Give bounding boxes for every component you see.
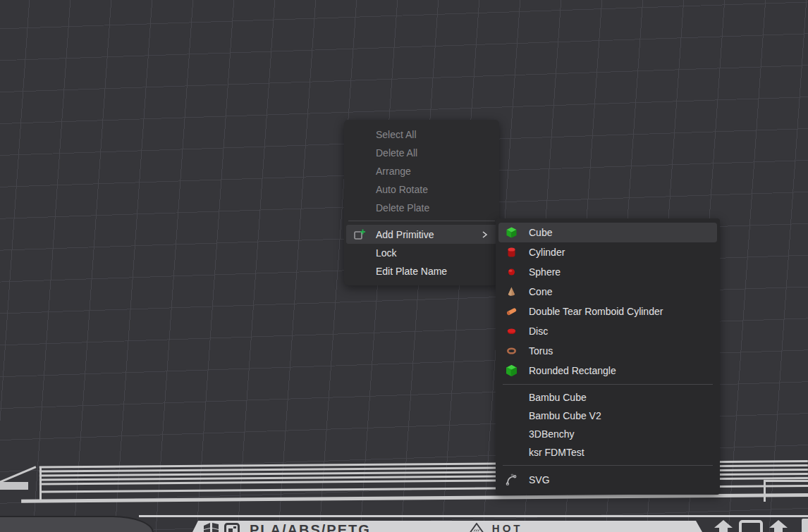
plate-badge-icon	[224, 523, 240, 532]
bezier-curve-icon	[506, 474, 518, 486]
menu-item-add-primitive[interactable]: Add Primitive	[346, 225, 497, 244]
submenu-item-rounded-rectangle[interactable]: Rounded Rectangle	[496, 361, 720, 381]
plate-corner-bracket	[764, 480, 766, 502]
menu-separator	[348, 221, 495, 221]
submenu-separator	[503, 384, 713, 385]
submenu-item-cone[interactable]: Cone	[496, 282, 720, 302]
chevron-right-icon	[480, 230, 489, 239]
submenu-item-double-tear-romboid-cylinder[interactable]: Double Tear Romboid Cylinder	[496, 302, 720, 321]
menu-item-delete-all: Delete All	[344, 144, 499, 162]
submenu-separator	[503, 465, 713, 466]
plate-edge-tick	[39, 466, 42, 502]
add-primitive-submenu: Cube Cylinder Sphere Cone	[496, 218, 720, 495]
rounded-rectangle-icon	[506, 365, 518, 377]
submenu-item-sphere[interactable]: Sphere	[496, 262, 720, 282]
double-tear-romboid-cylinder-icon	[506, 306, 518, 318]
plate-edge-line	[139, 515, 808, 517]
plate-material-text: PLA/ABS/PETG	[250, 523, 371, 532]
plate-edge-segment	[0, 482, 28, 490]
plate-marking-icons	[714, 520, 808, 532]
add-primitive-icon	[353, 228, 366, 241]
submenu-item-disc[interactable]: Disc	[496, 321, 720, 341]
plate-edge-stub	[802, 519, 808, 532]
menu-item-lock[interactable]: Lock	[344, 244, 499, 262]
cube-icon	[506, 227, 518, 239]
submenu-item-torus[interactable]: Torus	[496, 341, 720, 361]
arrow-up-icon	[769, 520, 788, 532]
submenu-item-bambu-cube-v2[interactable]: Bambu Cube V2	[496, 407, 720, 425]
menu-item-auto-rotate: Auto Rotate	[344, 180, 499, 199]
plate-corner-tab	[0, 516, 154, 532]
context-menu: Select All Delete All Arrange Auto Rotat…	[344, 120, 499, 285]
menu-item-edit-plate-name[interactable]: Edit Plate Name	[344, 262, 499, 280]
disc-icon	[506, 326, 518, 338]
submenu-item-svg[interactable]: SVG	[496, 469, 720, 490]
sphere-icon	[506, 266, 518, 278]
submenu-item-3dbenchy[interactable]: 3DBenchy	[496, 425, 720, 443]
hot-warning-icon	[468, 523, 485, 532]
torus-icon	[506, 345, 518, 357]
plate-label-bar: PLA/ABS/PETG HOT	[192, 521, 702, 532]
3d-viewport[interactable]: PLA/ABS/PETG HOT Select All Delet	[0, 0, 808, 532]
submenu-item-ksr-fdmtest[interactable]: ksr FDMTest	[496, 443, 720, 462]
menu-item-select-all: Select All	[344, 125, 499, 144]
bambu-logo-icon	[204, 523, 219, 532]
square-outline-icon	[739, 520, 763, 532]
submenu-item-cylinder[interactable]: Cylinder	[496, 242, 720, 262]
submenu-item-cube[interactable]: Cube	[498, 223, 717, 242]
menu-item-delete-plate: Delete Plate	[344, 199, 499, 217]
cone-icon	[506, 286, 518, 298]
submenu-item-bambu-cube[interactable]: Bambu Cube	[496, 388, 720, 407]
plate-corner-bracket	[764, 480, 808, 482]
menu-item-arrange: Arrange	[344, 162, 499, 180]
arrow-up-icon	[714, 520, 733, 532]
plate-hot-text: HOT	[492, 523, 523, 532]
cylinder-icon	[506, 247, 518, 259]
